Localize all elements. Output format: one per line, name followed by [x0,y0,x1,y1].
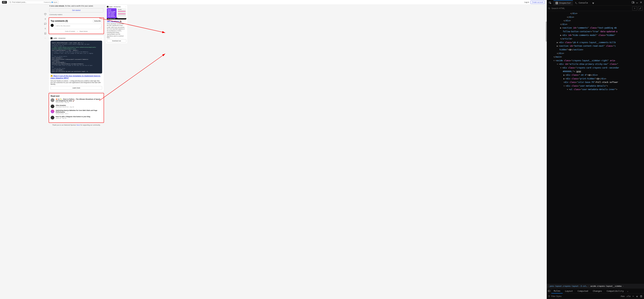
comment-count: 0 [45,28,46,30]
svg-point-0 [10,2,11,3]
search-icon [548,7,550,10]
promo-desc: Get your hands on Actions – a drag-and-d… [50,80,102,85]
tab-overflow-icon[interactable] [590,0,596,6]
html-search-row: ＋ [547,6,644,11]
styles-tab-bar: Rules Layout Computed Changes Compatibil… [547,288,644,294]
tab-changes[interactable]: Changes [590,288,604,293]
more-icon[interactable]: ⋯ [44,37,46,39]
neon-link[interactable]: Neon [76,124,80,126]
promoted-card-main: Auth0 PROMOTED ⋯ exports.onExecutePostLo… [49,35,104,92]
read-next-item-meta: babar ali - Sep 30 [56,117,90,119]
community-matters-label: Community matters [49,14,103,16]
reaction-rail: 8 0 ⋯ [44,13,47,39]
coc-link[interactable]: Code of Conduct [65,31,75,32]
dark-scheme-icon[interactable]: ◐ [636,295,639,298]
algolia-credit: Powered by 🔷 Algolia [44,2,57,3]
comments-section: Top comments (0) Subscribe Add to the di… [49,18,104,34]
edit-html-button[interactable] [638,6,643,11]
heart-count: 8 [45,18,46,20]
light-scheme-icon[interactable]: ☀ [632,295,634,298]
html-search-input[interactable] [552,7,631,10]
scrollbar-thumb[interactable] [546,22,547,42]
kebab-menu-icon[interactable]: ⋯ [636,1,638,5]
avatar [51,105,54,108]
tab-rules[interactable]: Rules [552,288,563,293]
print-media-icon[interactable] [640,295,643,298]
svg-line-13 [550,9,550,9]
svg-rect-14 [548,290,550,291]
site-header: DEV Powered by 🔷 Algolia Log in Create a… [0,0,547,5]
read-next-item-meta: Abhay Kumar - Oct 3 [56,113,102,114]
filter-styles-input[interactable] [551,295,619,297]
report-abuse-link[interactable]: Report abuse [80,31,88,32]
read-next-item-title: Alien Invasion [56,105,74,106]
subscribe-button[interactable]: Subscribe [93,20,102,23]
search-box[interactable]: Powered by 🔷 Algolia [8,1,58,4]
one-minute-cta: It takes one minute, it's free, and is w… [49,5,104,16]
close-icon[interactable] [640,1,642,4]
resize-handle-icon[interactable]: ⋰ [100,26,102,29]
login-link[interactable]: Log in [524,1,529,3]
chevron-down-icon[interactable]: ⌄ [626,290,629,292]
tab-console[interactable]: Console [573,0,590,6]
avatar [51,116,54,119]
tab-computed[interactable]: Computed [575,288,590,293]
tab-layout[interactable]: Layout [563,288,575,293]
promoted-badge: PROMOTED [58,38,66,39]
devtools-panel: Inspector Console ⋯ ＋ </div> [547,0,644,299]
bookmark-icon[interactable] [44,32,46,35]
auth0-logo-icon [107,6,108,8]
promo-menu-icon[interactable]: ⋯ [100,38,102,39]
search-icon [10,1,12,3]
svg-rect-5 [556,2,558,4]
jwt-title-link[interactable]: JWT Handbook 📚 [107,21,126,22]
promo-title-link[interactable]: 🤔 Want 4 out-of-the-box templates to imp… [50,75,100,79]
responsive-mode-icon[interactable] [632,1,634,4]
learn-more-button[interactable]: Learn more [50,86,102,90]
promo-brand: Auth0 [53,38,57,39]
avatar [51,110,54,113]
read-next-item-title: How To add a Telegram chat button to you… [56,116,90,117]
read-next-title: Read next [51,95,102,97]
read-next-item[interactable]: Optimizing Next.js Websites for Core Web… [51,110,102,114]
jwt-handbook-image: Build secure auth with JWTs. Any stack. … [107,8,126,18]
comments-section-node[interactable]: ▶<section id="comments" class="text-padd… [547,26,644,30]
add-node-button[interactable]: ＋ [632,6,637,11]
avatar [51,98,54,102]
sidebar-promoted-card: Auth0 PROMOTED ⋯ Build secure auth with … [106,5,128,44]
breadcrumb-bar[interactable]: ‹ yons-layout.crayons-layout--3-col… › a… [547,284,644,288]
read-next-item[interactable]: How To add a Telegram chat button to you… [51,116,102,119]
comments-title: Top comments (0) [51,20,68,22]
read-next-section-node[interactable]: ▶<section id="bottom-content-read-next" … [547,44,644,48]
breadcrumb-prev-icon[interactable]: ‹ [548,285,549,287]
svg-marker-16 [548,296,550,297]
heart-icon[interactable] [44,13,46,16]
promo-menu-icon[interactable]: ⋯ [125,6,126,8]
svg-line-1 [10,3,11,3]
create-account-button[interactable]: Create account [530,1,545,4]
read-next-item-meta: Hamza Khan - Sep 30 [56,102,102,103]
search-input[interactable] [12,1,44,3]
download-now-button[interactable]: Download now [107,39,126,43]
dom-tree[interactable]: </div> </div> </div> </div> ▶<section id… [547,11,644,284]
get-started-button[interactable]: Get started [49,8,103,13]
comment-icon[interactable] [44,23,46,25]
toggle-sidebar-icon[interactable] [547,288,552,293]
svg-rect-6 [556,2,558,4]
styles-filter-row: :hov .cls ☀ ◐ [547,294,644,299]
read-next-item[interactable]: Alien InvasionAGUNWA CALISTUS - Sep 30 [51,105,102,108]
auth0-logo-icon [50,37,52,39]
tab-inspector[interactable]: Inspector [554,0,573,6]
read-next-item-meta: AGUNWA CALISTUS - Sep 30 [56,106,74,108]
comment-textarea[interactable]: Add to the discussion ⋰ [55,24,102,29]
tab-compatibility[interactable]: Compatibility [604,288,626,293]
pick-element-button[interactable] [547,0,554,6]
read-next-item[interactable]: 🦀 vs 🐍 : Rust vs Python – The Ultimate S… [51,98,102,103]
cls-toggle[interactable]: .cls [626,295,630,297]
read-next-item-title: 🦀 vs 🐍 : Rust vs Python – The Ultimate S… [56,98,102,102]
read-next-item-title: Optimizing Next.js Websites for Core Web… [56,110,102,113]
dev-logo[interactable]: DEV [2,1,7,4]
hov-toggle[interactable]: :hov [620,295,625,297]
breadcrumb-next-icon[interactable]: › [622,285,624,287]
devtools-tab-bar: Inspector Console ⋯ [547,0,644,6]
